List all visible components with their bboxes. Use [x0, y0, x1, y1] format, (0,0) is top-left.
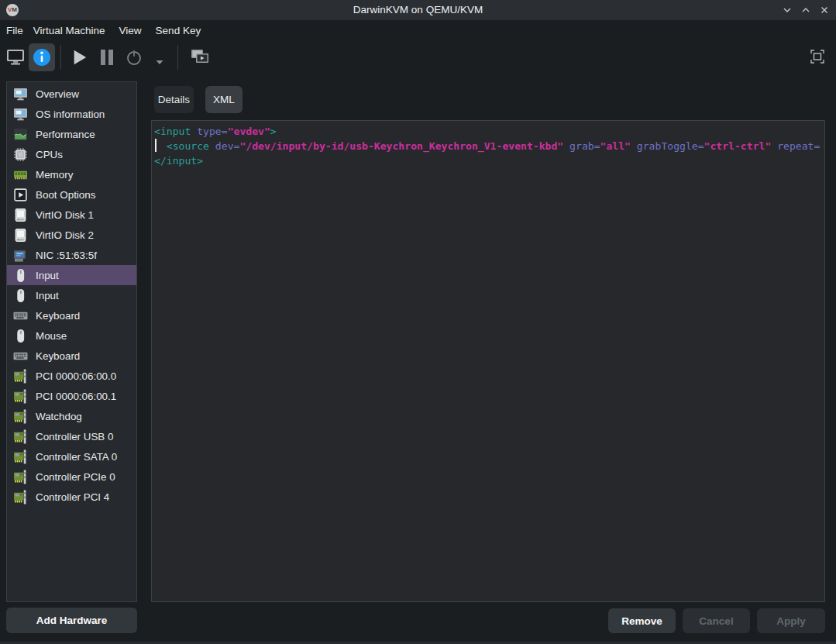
mouse-icon [13, 329, 28, 343]
hardware-item-label: PCI 0000:06:00.0 [36, 370, 116, 382]
code-line: <input type="evdev"> [154, 124, 824, 139]
toolbar-separator [177, 45, 178, 70]
hardware-item-label: Controller SATA 0 [36, 451, 117, 463]
hardware-item-mouse[interactable]: Mouse [7, 325, 136, 346]
pci-icon [13, 389, 28, 404]
shutdown-icon[interactable] [126, 49, 143, 66]
hardware-item-label: Keyboard [36, 350, 80, 362]
hardware-item-controller-usb-0[interactable]: Controller USB 0 [7, 426, 136, 446]
hardware-item-controller-sata-0[interactable]: Controller SATA 0 [7, 446, 136, 467]
hardware-item-overview[interactable]: Overview [7, 84, 136, 104]
hardware-item-pci-0000-06-00-0[interactable]: PCI 0000:06:00.0 [7, 366, 136, 386]
nic-icon [13, 248, 28, 263]
hardware-item-label: Input [36, 290, 59, 301]
hardware-item-label: Watchdog [36, 411, 82, 422]
hardware-item-label: CPUs [36, 149, 63, 160]
virt-manager-window: VM DarwinKVM on QEMU/KVM FileVirtual Mac… [0, 0, 836, 644]
maximize-icon[interactable] [799, 3, 813, 17]
hardware-list: OverviewOS informationPerformanceCPUsMem… [6, 81, 137, 602]
shutdown-menu-chevron-icon[interactable] [155, 54, 164, 60]
fullscreen-icon[interactable] [810, 49, 825, 67]
keyboard-icon [13, 308, 28, 323]
hardware-item-nic-51-63-5f[interactable]: NIC :51:63:5f [7, 245, 136, 265]
text-cursor [155, 139, 157, 152]
apply-button[interactable]: Apply [757, 608, 825, 633]
disk-icon [13, 228, 28, 243]
run-icon[interactable] [71, 49, 88, 66]
xml-editor[interactable]: <input type="evdev"> <source dev="/dev/i… [151, 120, 825, 602]
pci-icon [13, 429, 28, 444]
pci-icon [13, 449, 28, 464]
hardware-item-memory[interactable]: Memory [7, 164, 136, 184]
monitor-icon [13, 87, 28, 102]
hardware-item-cpus[interactable]: CPUs [7, 144, 136, 164]
hardware-item-input[interactable]: Input [7, 285, 136, 305]
hardware-item-pci-0000-06-00-1[interactable]: PCI 0000:06:00.1 [7, 386, 136, 406]
menubar: FileVirtual MachineViewSend Key [0, 20, 836, 41]
console-icon[interactable] [6, 48, 25, 67]
tab-details[interactable]: Details [154, 86, 194, 113]
hardware-item-controller-pcie-0[interactable]: Controller PCIe 0 [7, 467, 136, 487]
hardware-item-label: Input [36, 270, 59, 281]
tab-xml[interactable]: XML [205, 86, 243, 113]
disk-icon [13, 208, 28, 222]
pci-icon [13, 490, 28, 505]
close-icon[interactable] [817, 3, 831, 17]
performance-icon [13, 127, 28, 142]
hardware-item-input[interactable]: Input [7, 265, 136, 285]
monitor-icon [13, 107, 28, 122]
pci-icon [13, 470, 28, 484]
pci-icon [13, 369, 28, 384]
info-icon [33, 48, 51, 67]
hardware-item-label: Controller PCI 4 [36, 491, 109, 503]
hardware-item-keyboard[interactable]: Keyboard [7, 346, 136, 366]
hardware-item-label: Overview [36, 88, 79, 100]
add-hardware-button[interactable]: Add Hardware [6, 608, 137, 633]
hardware-item-label: Controller USB 0 [36, 431, 113, 443]
minimize-icon[interactable] [780, 3, 794, 17]
hardware-item-watchdog[interactable]: Watchdog [7, 406, 136, 426]
hardware-item-controller-pci-4[interactable]: Controller PCI 4 [7, 487, 136, 507]
details-info-button[interactable] [29, 43, 55, 71]
memory-icon [13, 167, 28, 182]
hardware-item-label: PCI 0000:06:00.1 [36, 391, 116, 402]
mouse-icon [13, 288, 28, 303]
hardware-item-label: Boot Options [36, 189, 95, 201]
hardware-item-label: Memory [36, 169, 73, 181]
menu-item-view[interactable]: View [119, 25, 142, 36]
hardware-item-label: Keyboard [36, 310, 80, 322]
code-line: </input> [154, 153, 824, 168]
hardware-item-label: Controller PCIe 0 [36, 471, 115, 483]
menu-item-file[interactable]: File [6, 25, 23, 36]
hardware-item-label: OS information [36, 108, 105, 120]
hardware-item-performance[interactable]: Performance [7, 124, 136, 144]
hardware-item-virtio-disk-1[interactable]: VirtIO Disk 1 [7, 205, 136, 225]
menu-item-send-key[interactable]: Send Key [156, 25, 201, 36]
window-title: DarwinKVM on QEMU/KVM [0, 0, 836, 20]
pause-icon[interactable] [99, 49, 115, 66]
toolbar-separator [60, 45, 61, 70]
virtual-displays-icon[interactable] [190, 47, 210, 67]
hardware-item-label: NIC :51:63:5f [36, 250, 97, 261]
remove-button[interactable]: Remove [608, 608, 676, 633]
boot-icon [13, 188, 28, 202]
hardware-item-label: VirtIO Disk 2 [36, 229, 94, 241]
hardware-item-virtio-disk-2[interactable]: VirtIO Disk 2 [7, 225, 136, 245]
hardware-item-label: Mouse [36, 330, 67, 342]
code-line: <source dev="/dev/input/by-id/usb-Keychr… [154, 139, 824, 153]
toolbar [0, 41, 836, 73]
menu-item-virtual-machine[interactable]: Virtual Machine [33, 25, 105, 36]
cpu-icon [13, 147, 28, 162]
hardware-item-boot-options[interactable]: Boot Options [7, 184, 136, 205]
hardware-item-keyboard[interactable]: Keyboard [7, 305, 136, 325]
pci-icon [13, 409, 28, 424]
hardware-item-os-information[interactable]: OS information [7, 104, 136, 124]
cancel-button[interactable]: Cancel [683, 608, 750, 633]
titlebar[interactable]: VM DarwinKVM on QEMU/KVM [0, 0, 836, 20]
keyboard-icon [13, 349, 28, 363]
hardware-item-label: Performance [36, 129, 95, 140]
hardware-item-label: VirtIO Disk 1 [36, 209, 94, 221]
mouse-icon [13, 268, 28, 283]
